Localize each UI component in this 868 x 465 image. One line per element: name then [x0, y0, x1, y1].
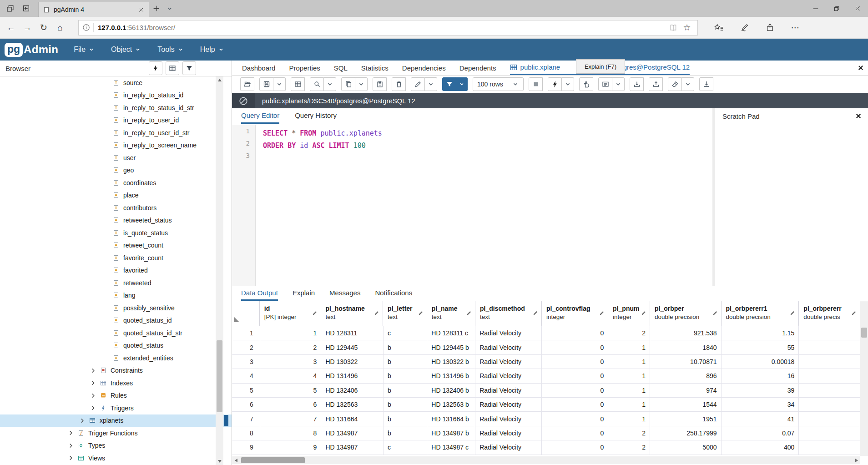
- column-header-pl-controvflag[interactable]: pl_controvflaginteger: [542, 301, 608, 326]
- tree-item-source[interactable]: source: [0, 76, 232, 89]
- tab-explain[interactable]: Explain: [293, 286, 315, 301]
- cell-pl-letter[interactable]: c: [384, 326, 427, 340]
- tab-preview-icon[interactable]: [4, 3, 16, 15]
- browser-tab[interactable]: pgAdmin 4: [38, 2, 149, 17]
- chevron-right-icon[interactable]: [90, 405, 100, 411]
- cell-id[interactable]: 2: [260, 340, 322, 354]
- cell-pl-orbpererr1[interactable]: 1.15: [722, 326, 799, 340]
- cell-pl-discmethod[interactable]: Radial Velocity: [475, 326, 542, 340]
- cell-pl-discmethod[interactable]: Radial Velocity: [475, 412, 542, 425]
- cell-pl-orbpererr1[interactable]: 0.00018: [722, 355, 799, 369]
- cell-pl-name[interactable]: HD 131664 b: [427, 412, 475, 425]
- open-file-button[interactable]: [240, 77, 254, 91]
- cell-pl-pnum[interactable]: 1: [608, 340, 650, 354]
- cell-pl-hostname[interactable]: HD 128311: [321, 326, 384, 340]
- cell-pl-orbper[interactable]: 1951: [650, 412, 722, 425]
- row-number[interactable]: 9: [232, 440, 260, 454]
- cell-id[interactable]: 6: [260, 398, 322, 411]
- minimize-button[interactable]: [805, 0, 826, 17]
- find-button[interactable]: [310, 77, 324, 91]
- cell-pl-letter[interactable]: b: [384, 412, 427, 425]
- tree-item-favorited[interactable]: favorited: [0, 264, 232, 277]
- column-header-id[interactable]: id[PK] integer: [260, 301, 321, 326]
- edit-column-icon[interactable]: [712, 310, 718, 316]
- cell-pl-orbpererr1[interactable]: 55: [722, 340, 799, 354]
- cell-pl-orbpererr[interactable]: [799, 384, 860, 397]
- tree-item-trigger-functions[interactable]: fTrigger Functions: [0, 427, 232, 440]
- sql-line[interactable]: [263, 152, 712, 164]
- scratch-pad-close-icon[interactable]: [855, 113, 862, 119]
- scroll-up-icon[interactable]: [216, 76, 223, 84]
- row-number[interactable]: 8: [232, 426, 260, 440]
- grid-horizontal-scrollbar[interactable]: [232, 456, 860, 464]
- chevron-right-icon[interactable]: [90, 368, 100, 374]
- cell-pl-controvflag[interactable]: 0: [542, 384, 608, 397]
- tree-item-constraints[interactable]: Constraints: [0, 364, 232, 377]
- edit-button[interactable]: [411, 77, 425, 91]
- cell-pl-orbpererr[interactable]: [799, 426, 860, 440]
- column-header-pl-orbpererr[interactable]: pl_orbpererrdouble precis: [799, 301, 860, 326]
- paste-button[interactable]: [373, 77, 387, 91]
- tree-item-retweeted[interactable]: retweeted: [0, 277, 232, 289]
- tab-sql[interactable]: SQL: [334, 61, 348, 75]
- grid-vertical-scrollbar[interactable]: [860, 301, 868, 456]
- cell-pl-controvflag[interactable]: 0: [542, 326, 608, 340]
- clear-button-menu[interactable]: [682, 77, 694, 91]
- chevron-right-icon[interactable]: [79, 418, 89, 424]
- tree-item-quoted-status[interactable]: quoted_status: [0, 339, 232, 352]
- limit-select[interactable]: 100 rows: [473, 77, 524, 91]
- cell-pl-orbpererr[interactable]: [799, 326, 860, 340]
- cell-pl-controvflag[interactable]: 0: [542, 426, 608, 440]
- tree-item-triggers[interactable]: Triggers: [0, 402, 232, 414]
- tree-item-xplanets[interactable]: xplanets: [0, 414, 232, 427]
- info-icon[interactable]: [82, 24, 90, 31]
- sql-line[interactable]: ORDER BY id ASC LIMIT 100: [263, 140, 712, 152]
- tree-item-quoted-status-id[interactable]: quoted_status_id: [0, 314, 232, 327]
- edit-column-icon[interactable]: [374, 310, 380, 316]
- tree-item-possibly-sensitive[interactable]: possibly_sensitive: [0, 302, 232, 314]
- cell-pl-hostname[interactable]: HD 134987: [321, 440, 384, 454]
- restore-button[interactable]: [826, 0, 847, 17]
- cell-pl-discmethod[interactable]: Radial Velocity: [475, 440, 542, 454]
- edit-button-menu[interactable]: [425, 77, 437, 91]
- cell-pl-pnum[interactable]: 1: [608, 369, 650, 383]
- home-icon[interactable]: ⌂: [52, 20, 68, 36]
- cell-pl-letter[interactable]: b: [384, 355, 427, 369]
- tab-notifications[interactable]: Notifications: [375, 286, 412, 301]
- cell-pl-pnum[interactable]: 2: [608, 440, 650, 454]
- tab-query-history[interactable]: Query History: [295, 108, 337, 124]
- row-number[interactable]: 6: [232, 398, 260, 411]
- close-button[interactable]: [847, 0, 868, 17]
- edit-column-icon[interactable]: [312, 310, 318, 316]
- tree-item-in-reply-to-user-id[interactable]: in_reply_to_user_id: [0, 114, 232, 127]
- cell-pl-pnum[interactable]: 2: [608, 326, 650, 340]
- find-button-menu[interactable]: [324, 77, 336, 91]
- cell-pl-name[interactable]: HD 128311 c: [427, 326, 475, 340]
- view-data-button[interactable]: [166, 61, 179, 75]
- scroll-left-icon[interactable]: [232, 456, 240, 464]
- clear-button[interactable]: [668, 77, 682, 91]
- vscrollbar-thumb[interactable]: [861, 328, 867, 338]
- cell-pl-name[interactable]: HD 130322 b: [427, 355, 475, 369]
- cell-pl-pnum[interactable]: 1: [608, 398, 650, 411]
- cell-pl-orbpererr[interactable]: [799, 412, 860, 425]
- edit-column-icon[interactable]: [790, 310, 796, 316]
- tab-dependencies[interactable]: Dependencies: [402, 61, 446, 75]
- commit-button[interactable]: [630, 77, 644, 91]
- tree-item-views[interactable]: Views: [0, 452, 232, 465]
- edit-column-icon[interactable]: [533, 310, 539, 316]
- tree-item-quoted-status-id-str[interactable]: quoted_status_id_str: [0, 327, 232, 339]
- cell-pl-letter[interactable]: b: [384, 398, 427, 411]
- tree-item-retweeted-status[interactable]: retweeted_status: [0, 214, 232, 227]
- cell-pl-orbpererr1[interactable]: 34: [722, 398, 799, 411]
- cell-id[interactable]: 3: [260, 355, 322, 369]
- download-csv-button[interactable]: [699, 77, 713, 91]
- cell-pl-orbper[interactable]: 974: [650, 384, 722, 397]
- tree-item-indexes[interactable]: Indexes: [0, 377, 232, 389]
- column-header-pl-discmethod[interactable]: pl_discmethodtext: [475, 301, 542, 326]
- tab-list-chevron-icon[interactable]: [163, 2, 177, 15]
- cell-pl-orbpererr1[interactable]: 16: [722, 369, 799, 383]
- tree-item-user[interactable]: user: [0, 152, 232, 164]
- copy-button[interactable]: [341, 77, 355, 91]
- cell-id[interactable]: 4: [260, 369, 322, 383]
